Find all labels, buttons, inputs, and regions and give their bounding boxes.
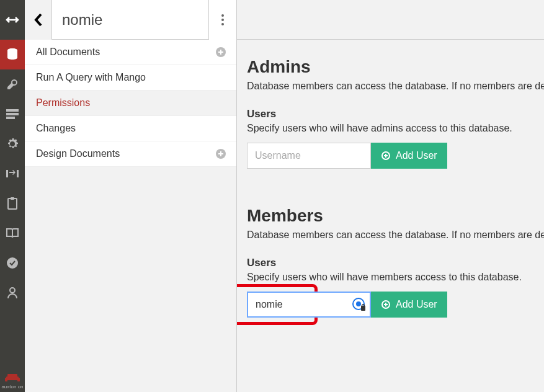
gear-icon xyxy=(6,138,19,150)
plus-circle-icon xyxy=(381,151,391,161)
members-add-user-button[interactable]: Add User xyxy=(371,292,447,318)
plus-icon[interactable] xyxy=(215,148,226,159)
header-menu-button[interactable] xyxy=(209,0,236,40)
members-users-desc: Specify users who will have members acce… xyxy=(247,272,544,283)
svg-point-11 xyxy=(10,288,15,293)
rail-footer[interactable]: auxton on xyxy=(0,373,25,392)
password-manager-icon[interactable] xyxy=(352,298,366,311)
svg-rect-8 xyxy=(8,198,17,209)
members-users-heading: Users xyxy=(247,257,544,269)
svg-rect-15 xyxy=(7,374,17,377)
nav-item-label: Changes xyxy=(36,123,76,134)
database-icon xyxy=(6,48,19,61)
list-icon xyxy=(6,109,19,119)
rail-replication[interactable] xyxy=(0,159,25,189)
rail-footer-label: auxton on xyxy=(1,384,23,390)
rail-config[interactable] xyxy=(0,129,25,159)
plus-icon[interactable] xyxy=(215,47,226,58)
main-content: Admins Database members can access the d… xyxy=(237,0,544,392)
rail-tasks[interactable] xyxy=(0,99,25,129)
svg-point-2 xyxy=(7,48,17,52)
check-circle-icon xyxy=(6,257,19,269)
svg-point-10 xyxy=(7,257,18,269)
rail-setup[interactable] xyxy=(0,69,25,99)
admins-username-input[interactable] xyxy=(247,143,371,169)
couch-icon xyxy=(5,373,20,383)
svg-rect-24 xyxy=(218,153,223,154)
svg-rect-5 xyxy=(6,117,15,119)
nav-item-label: Design Documents xyxy=(36,148,120,159)
svg-rect-14 xyxy=(17,378,20,381)
nav-header: nomie xyxy=(25,0,236,40)
members-add-user-row: Add User xyxy=(247,292,544,318)
admins-users-desc: Specify users who will have admins acces… xyxy=(247,123,544,134)
admins-desc: Database members can access the database… xyxy=(247,81,544,92)
database-title: nomie xyxy=(52,0,209,39)
button-label: Add User xyxy=(396,150,437,161)
nav-rail: auxton on xyxy=(0,0,25,392)
members-desc: Database members can access the database… xyxy=(247,229,544,241)
admins-section: Admins Database members can access the d… xyxy=(247,57,544,169)
plus-circle-icon xyxy=(381,300,391,310)
clipboard-icon xyxy=(7,197,18,210)
nav-item-label: All Documents xyxy=(36,47,100,58)
rail-documentation[interactable] xyxy=(0,218,25,248)
rail-verify[interactable] xyxy=(0,248,25,278)
members-section: Members Database members can access the … xyxy=(247,206,544,318)
svg-rect-6 xyxy=(6,170,8,177)
collapse-toggle[interactable] xyxy=(0,0,25,40)
nav-item-permissions[interactable]: Permissions xyxy=(25,91,236,116)
svg-rect-4 xyxy=(6,113,19,115)
admins-heading: Admins xyxy=(247,57,544,77)
svg-point-17 xyxy=(221,19,224,21)
svg-point-29 xyxy=(356,301,361,306)
rail-docs[interactable] xyxy=(0,189,25,218)
svg-point-18 xyxy=(221,23,224,25)
svg-rect-7 xyxy=(17,170,19,177)
nav-item-label: Run A Query with Mango xyxy=(36,72,146,83)
nav-column: nomie All Documents Run A Query with Man… xyxy=(25,0,237,392)
nav-item-label: Permissions xyxy=(36,97,90,109)
nav-item-all-documents[interactable]: All Documents xyxy=(25,40,236,65)
transfer-icon xyxy=(6,169,19,179)
svg-rect-21 xyxy=(218,51,223,53)
admins-add-user-row: Add User xyxy=(247,143,544,169)
svg-rect-3 xyxy=(6,109,19,112)
svg-rect-13 xyxy=(5,378,7,381)
svg-rect-9 xyxy=(11,197,14,200)
chevron-left-icon xyxy=(33,12,43,27)
user-icon xyxy=(7,287,18,299)
members-heading: Members xyxy=(247,206,544,226)
nav-item-mango[interactable]: Run A Query with Mango xyxy=(25,65,236,91)
wrench-icon xyxy=(6,78,19,91)
svg-point-16 xyxy=(221,14,224,17)
rail-user[interactable] xyxy=(0,278,25,308)
nav-item-changes[interactable]: Changes xyxy=(25,116,236,141)
button-label: Add User xyxy=(396,299,437,310)
nav-item-design-documents[interactable]: Design Documents xyxy=(25,141,236,167)
nav-list: All Documents Run A Query with Mango Per… xyxy=(25,40,236,167)
kebab-icon xyxy=(221,14,224,25)
rail-databases[interactable] xyxy=(0,40,25,69)
back-button[interactable] xyxy=(25,0,52,40)
admins-add-user-button[interactable]: Add User xyxy=(371,143,447,169)
arrows-horizontal-icon xyxy=(6,16,19,24)
book-icon xyxy=(6,228,19,239)
admins-users-heading: Users xyxy=(247,108,544,120)
